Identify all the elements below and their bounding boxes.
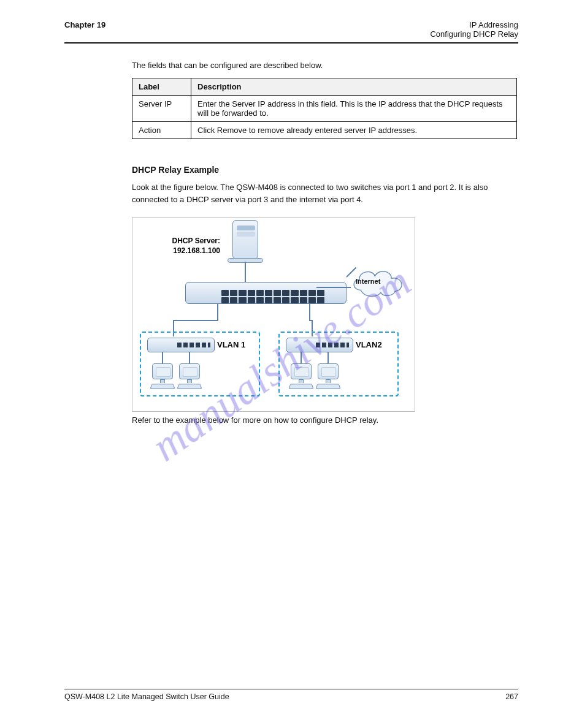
diagram-wrap: DHCP Server: 192.168.1.100: [132, 217, 518, 412]
monitor-icon: [152, 363, 173, 379]
col-header-desc: Description: [191, 78, 517, 95]
server-label: DHCP Server: 192.168.1.100: [155, 237, 220, 256]
footer-row: QSW-M408 L2 Lite Managed Switch User Gui…: [64, 692, 518, 701]
intro-text: The fields that can be configured are de…: [132, 59, 518, 72]
small-switch-icon: [147, 338, 215, 352]
keyboard-icon: [316, 384, 341, 390]
table-row: Action Click Remove to remove already en…: [132, 121, 517, 138]
footer-rule: [64, 689, 518, 689]
vlan2-box: VLAN2: [278, 332, 399, 396]
server-label-l1: DHCP Server:: [172, 237, 220, 245]
server-label-l2: 192.168.1.100: [173, 246, 220, 255]
monitor-icon: [318, 363, 339, 379]
network-diagram: DHCP Server: 192.168.1.100: [132, 217, 415, 412]
table-row: Server IP Enter the Server IP address in…: [132, 95, 517, 121]
keyboard-icon: [177, 384, 202, 390]
wire-main-vlan2: [309, 304, 310, 321]
table-header-row: Label Description: [132, 78, 517, 95]
cell-desc: Click Remove to remove already entered s…: [191, 121, 517, 138]
footer-page: 267: [505, 692, 518, 701]
monitor-icon: [179, 363, 200, 379]
wire-switch-pc: [189, 352, 190, 365]
cell-label: Server IP: [132, 95, 191, 121]
vlan1-label: VLAN 1: [217, 340, 245, 349]
vlan1-box: VLAN 1: [140, 332, 260, 396]
example-note: Refer to the example below for more on h…: [132, 415, 518, 425]
stand-icon: [160, 379, 165, 383]
page-header: Chapter 19 IP Addressing Configuring DHC…: [64, 20, 518, 44]
cloud-label: Internet: [356, 278, 380, 285]
vlan2-label: VLAN2: [356, 340, 382, 349]
monitor-icon: [291, 363, 312, 379]
header-right: IP Addressing Configuring DHCP Relay: [430, 20, 518, 39]
page-footer: QSW-M408 L2 Lite Managed Switch User Gui…: [64, 689, 518, 701]
wire-switch-to-cloud: [316, 287, 351, 288]
pc-icon: [315, 363, 341, 390]
switch-ports-row: [221, 297, 324, 303]
pc-icon: [288, 363, 314, 390]
wire-main-vlan1: [217, 304, 218, 321]
example-section: DHCP Relay Example Look at the figure be…: [132, 164, 518, 207]
stand-icon: [299, 379, 304, 383]
pc-icon: [150, 363, 175, 390]
chapter-label: Chapter 19: [64, 20, 105, 39]
col-header-label: Label: [132, 78, 191, 95]
stand-icon: [326, 379, 331, 383]
cell-desc: Enter the Server IP address in this fiel…: [191, 95, 517, 121]
content: The fields that can be configured are de…: [64, 44, 518, 425]
server-icon: [226, 219, 264, 264]
pc-icon: [177, 363, 202, 390]
cell-label: Action: [132, 121, 191, 138]
config-table: Label Description Server IP Enter the Se…: [132, 78, 517, 139]
wire-switch-pc: [327, 352, 329, 365]
keyboard-icon: [289, 384, 314, 390]
example-heading: DHCP Relay Example: [132, 164, 518, 177]
keyboard-icon: [150, 384, 175, 390]
topic-label: IP Addressing: [430, 20, 518, 29]
footer-guide: QSW-M408 L2 Lite Managed Switch User Gui…: [64, 692, 229, 701]
example-paragraph: Look at the figure below. The QSW-M408 i…: [132, 181, 518, 206]
subtopic-label: Configuring DHCP Relay: [430, 29, 518, 39]
main-switch-icon: [185, 282, 347, 304]
wire-main-vlan1: [173, 320, 218, 321]
page: Chapter 19 IP Addressing Configuring DHC…: [0, 0, 563, 728]
wire-server-to-switch: [245, 262, 246, 282]
switch-ports-row: [221, 290, 324, 296]
stand-icon: [187, 379, 192, 383]
small-switch-icon: [286, 338, 353, 352]
wire-switch-pc: [301, 352, 302, 365]
server-tower-icon: [232, 220, 258, 259]
wire-switch-pc: [162, 352, 163, 365]
